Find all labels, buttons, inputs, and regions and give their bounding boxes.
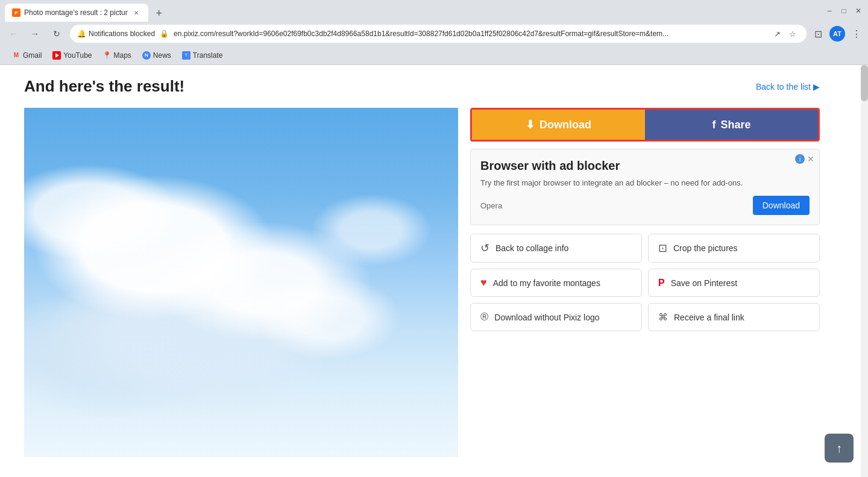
bookmark-button[interactable]: ☆	[786, 27, 799, 40]
forward-button[interactable]: →	[27, 25, 43, 42]
scrollbar-thumb[interactable]	[861, 65, 868, 101]
favorite-montages-button[interactable]: ♥ Add to my favorite montages	[470, 269, 642, 297]
ad-footer: Opera Download	[480, 196, 810, 215]
gmail-favicon: M	[12, 51, 20, 60]
download-icon: ⬇	[526, 118, 535, 131]
back-to-list-text: Back to the list	[756, 82, 811, 92]
bookmark-translate-label: Translate	[193, 51, 223, 60]
bookmark-translate[interactable]: T Translate	[177, 49, 228, 61]
new-tab-button[interactable]: +	[151, 5, 168, 22]
back-to-collage-label: Back to collage info	[495, 243, 568, 253]
main-area: ⬇ Download f Share i ✕ Browser with ad b…	[24, 108, 820, 457]
back-to-top-icon: ↑	[836, 441, 842, 455]
tab-bar: P Photo montage's result : 2 pictur ✕ +	[5, 0, 168, 22]
ad-info-button[interactable]: i	[795, 154, 805, 164]
pinterest-icon: P	[658, 278, 665, 288]
tab-favicon: P	[12, 8, 20, 17]
url-text: en.pixiz.com/result?workId=9606e02f69fb0…	[174, 30, 766, 38]
favorite-montages-label: Add to my favorite montages	[493, 278, 600, 288]
registered-icon: ®	[480, 311, 488, 323]
bookmark-news[interactable]: N News	[137, 49, 176, 61]
bookmark-gmail[interactable]: M Gmail	[7, 49, 46, 61]
no-logo-label: Download without Pixiz logo	[494, 313, 599, 322]
close-window-button[interactable]: ✕	[854, 6, 863, 16]
translate-favicon: T	[182, 51, 190, 60]
ad-title: Browser with ad blocker	[480, 159, 810, 173]
advertisement-box: i ✕ Browser with ad blocker Try the firs…	[470, 149, 820, 225]
refresh-button[interactable]: ↻	[48, 25, 65, 42]
download-label: Download	[539, 119, 591, 131]
bookmark-youtube-label: YouTube	[63, 51, 92, 60]
ad-controls: i ✕	[795, 154, 814, 164]
crop-pictures-button[interactable]: ⊡ Crop the pictures	[648, 234, 820, 263]
tab-title: Photo montage's result : 2 pictur	[24, 8, 128, 17]
bookmarks-bar: M Gmail YouTube 📍 Maps N News T Translat…	[0, 46, 868, 65]
active-tab[interactable]: P Photo montage's result : 2 pictur ✕	[5, 4, 148, 22]
result-image	[24, 108, 458, 457]
maps-favicon: 📍	[103, 51, 112, 60]
crop-icon: ⊡	[658, 242, 667, 255]
back-to-list-arrow: ▶	[813, 82, 820, 92]
youtube-favicon	[52, 51, 61, 60]
right-panel: ⬇ Download f Share i ✕ Browser with ad b…	[470, 108, 820, 457]
address-bar-row: ← → ↻ 🔔 Notifications blocked 🔒 en.pixiz…	[0, 22, 868, 46]
lock-icon: 🔒	[160, 30, 169, 38]
page-title: And here's the result!	[24, 77, 184, 96]
back-button[interactable]: ←	[5, 25, 22, 42]
bookmark-maps[interactable]: 📍 Maps	[98, 49, 136, 61]
profile-button[interactable]: AT	[829, 26, 845, 42]
notifications-blocked-indicator: 🔔 Notifications blocked	[77, 30, 155, 38]
ad-description: Try the first major browser to integrate…	[480, 178, 810, 189]
page-content: And here's the result! Back to the list …	[0, 65, 868, 477]
browser-menu-button[interactable]: ⋮	[850, 27, 863, 40]
back-collage-icon: ↺	[480, 242, 489, 255]
pinterest-label: Save on Pinterest	[671, 278, 738, 288]
ad-brand: Opera	[480, 201, 502, 210]
browser-chrome: P Photo montage's result : 2 pictur ✕ + …	[0, 0, 868, 65]
crop-pictures-label: Crop the pictures	[673, 243, 738, 253]
pinterest-button[interactable]: P Save on Pinterest	[648, 269, 820, 297]
heart-icon: ♥	[480, 276, 487, 289]
bookmark-youtube[interactable]: YouTube	[48, 49, 96, 61]
tab-close-button[interactable]: ✕	[131, 8, 141, 17]
bell-icon: 🔔	[77, 30, 86, 38]
share-url-button[interactable]: ↗	[770, 27, 784, 40]
bookmark-gmail-label: Gmail	[23, 51, 42, 60]
title-bar: P Photo montage's result : 2 pictur ✕ + …	[0, 0, 868, 22]
facebook-icon: f	[712, 119, 715, 131]
back-to-top-button[interactable]: ↑	[825, 434, 854, 463]
address-bar[interactable]: 🔔 Notifications blocked 🔒 en.pixiz.com/r…	[70, 25, 807, 43]
notifications-blocked-text: Notifications blocked	[89, 30, 155, 38]
page-inner: And here's the result! Back to the list …	[0, 65, 844, 469]
action-buttons-container: ⬇ Download f Share	[470, 108, 820, 142]
back-to-collage-button[interactable]: ↺ Back to collage info	[470, 234, 642, 263]
final-link-label: Receive a final link	[674, 313, 744, 322]
back-to-list-link[interactable]: Back to the list ▶	[756, 82, 820, 92]
minimize-button[interactable]: –	[825, 6, 834, 16]
page-header: And here's the result! Back to the list …	[24, 77, 820, 96]
download-button[interactable]: ⬇ Download	[472, 110, 645, 140]
image-area	[24, 108, 458, 457]
cast-button[interactable]: ⊡	[811, 27, 825, 40]
final-link-button[interactable]: ⌘ Receive a final link	[648, 303, 820, 331]
bookmark-news-label: News	[153, 51, 171, 60]
no-logo-button[interactable]: ® Download without Pixiz logo	[470, 303, 642, 331]
address-bar-actions: ↗ ☆	[770, 27, 799, 40]
bookmark-maps-label: Maps	[114, 51, 131, 60]
window-controls: – □ ✕	[825, 6, 863, 16]
share-label: Share	[720, 119, 750, 131]
maximize-button[interactable]: □	[839, 6, 849, 16]
ad-close-button[interactable]: ✕	[807, 154, 814, 164]
link-icon: ⌘	[658, 311, 668, 323]
news-favicon: N	[142, 51, 151, 60]
ad-cta-button[interactable]: Download	[753, 196, 810, 215]
extra-actions-grid: ↺ Back to collage info ⊡ Crop the pictur…	[470, 234, 820, 331]
share-button[interactable]: f Share	[645, 110, 818, 140]
cloud-background	[24, 108, 458, 457]
scrollbar[interactable]	[861, 65, 868, 477]
